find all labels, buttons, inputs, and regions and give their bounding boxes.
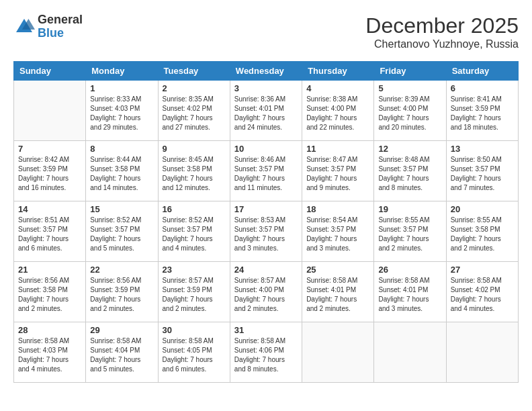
day-info: Sunrise: 8:51 AMSunset: 3:57 PMDaylight:… bbox=[18, 216, 81, 253]
logo-icon bbox=[13, 16, 35, 38]
title-block: December 2025 Chertanovo Yuzhnoye, Russi… bbox=[365, 13, 519, 50]
day-number: 13 bbox=[451, 144, 514, 154]
day-number: 30 bbox=[163, 325, 226, 335]
calendar-cell: 30Sunrise: 8:58 AMSunset: 4:05 PMDayligh… bbox=[158, 322, 230, 383]
calendar-cell: 12Sunrise: 8:48 AMSunset: 3:57 PMDayligh… bbox=[374, 141, 446, 201]
day-number: 28 bbox=[18, 325, 81, 335]
day-number: 18 bbox=[306, 204, 369, 214]
calendar-week-row: 28Sunrise: 8:58 AMSunset: 4:03 PMDayligh… bbox=[14, 322, 519, 383]
day-info: Sunrise: 8:46 AMSunset: 3:57 PMDaylight:… bbox=[234, 155, 298, 193]
day-info: Sunrise: 8:33 AMSunset: 4:03 PMDaylight:… bbox=[90, 95, 153, 132]
day-info: Sunrise: 8:45 AMSunset: 3:58 PMDaylight:… bbox=[163, 155, 226, 193]
day-info: Sunrise: 8:56 AMSunset: 3:59 PMDaylight:… bbox=[90, 276, 153, 314]
calendar-table: SundayMondayTuesdayWednesdayThursdayFrid… bbox=[13, 61, 519, 383]
day-number: 14 bbox=[18, 204, 81, 214]
day-number: 9 bbox=[163, 144, 226, 154]
calendar-day-header: Friday bbox=[374, 62, 446, 81]
calendar-cell: 17Sunrise: 8:53 AMSunset: 3:57 PMDayligh… bbox=[230, 201, 302, 262]
day-number: 5 bbox=[378, 83, 441, 93]
calendar-cell: 15Sunrise: 8:52 AMSunset: 3:57 PMDayligh… bbox=[86, 201, 158, 262]
day-number: 3 bbox=[234, 83, 298, 93]
calendar-cell: 14Sunrise: 8:51 AMSunset: 3:57 PMDayligh… bbox=[14, 201, 86, 262]
day-info: Sunrise: 8:35 AMSunset: 4:02 PMDaylight:… bbox=[163, 95, 226, 132]
day-info: Sunrise: 8:38 AMSunset: 4:00 PMDaylight:… bbox=[306, 95, 369, 132]
calendar-cell: 23Sunrise: 8:57 AMSunset: 3:59 PMDayligh… bbox=[158, 262, 230, 322]
calendar-week-row: 21Sunrise: 8:56 AMSunset: 3:58 PMDayligh… bbox=[14, 262, 519, 322]
logo-blue: Blue bbox=[38, 27, 83, 40]
calendar-cell: 19Sunrise: 8:55 AMSunset: 3:57 PMDayligh… bbox=[374, 201, 446, 262]
day-number: 4 bbox=[306, 83, 369, 93]
calendar-day-header: Monday bbox=[86, 62, 158, 81]
day-info: Sunrise: 8:55 AMSunset: 3:57 PMDaylight:… bbox=[378, 216, 441, 253]
calendar-cell: 11Sunrise: 8:47 AMSunset: 3:57 PMDayligh… bbox=[302, 141, 374, 201]
day-number: 20 bbox=[451, 204, 514, 214]
calendar-cell: 4Sunrise: 8:38 AMSunset: 4:00 PMDaylight… bbox=[302, 81, 374, 141]
calendar-cell: 3Sunrise: 8:36 AMSunset: 4:01 PMDaylight… bbox=[230, 81, 302, 141]
day-info: Sunrise: 8:58 AMSunset: 4:02 PMDaylight:… bbox=[451, 276, 514, 314]
calendar-cell: 27Sunrise: 8:58 AMSunset: 4:02 PMDayligh… bbox=[446, 262, 518, 322]
calendar-day-header: Wednesday bbox=[230, 62, 302, 81]
day-info: Sunrise: 8:58 AMSunset: 4:03 PMDaylight:… bbox=[18, 336, 81, 374]
calendar-cell: 31Sunrise: 8:58 AMSunset: 4:06 PMDayligh… bbox=[230, 322, 302, 383]
calendar-day-header: Saturday bbox=[446, 62, 518, 81]
page-header: General Blue December 2025 Chertanovo Yu… bbox=[13, 13, 519, 50]
calendar-cell: 22Sunrise: 8:56 AMSunset: 3:59 PMDayligh… bbox=[86, 262, 158, 322]
day-number: 21 bbox=[18, 265, 81, 275]
day-number: 12 bbox=[378, 144, 441, 154]
calendar-cell: 6Sunrise: 8:41 AMSunset: 3:59 PMDaylight… bbox=[446, 81, 518, 141]
day-info: Sunrise: 8:36 AMSunset: 4:01 PMDaylight:… bbox=[234, 95, 298, 132]
calendar-cell: 13Sunrise: 8:50 AMSunset: 3:57 PMDayligh… bbox=[446, 141, 518, 201]
day-info: Sunrise: 8:56 AMSunset: 3:58 PMDaylight:… bbox=[18, 276, 81, 314]
calendar-cell: 26Sunrise: 8:58 AMSunset: 4:01 PMDayligh… bbox=[374, 262, 446, 322]
day-info: Sunrise: 8:48 AMSunset: 3:57 PMDaylight:… bbox=[378, 155, 441, 193]
day-number: 24 bbox=[234, 265, 298, 275]
calendar-cell: 8Sunrise: 8:44 AMSunset: 3:58 PMDaylight… bbox=[86, 141, 158, 201]
calendar-cell: 2Sunrise: 8:35 AMSunset: 4:02 PMDaylight… bbox=[158, 81, 230, 141]
calendar-cell: 24Sunrise: 8:57 AMSunset: 4:00 PMDayligh… bbox=[230, 262, 302, 322]
day-number: 7 bbox=[18, 144, 81, 154]
calendar-cell: 1Sunrise: 8:33 AMSunset: 4:03 PMDaylight… bbox=[86, 81, 158, 141]
logo-general: General bbox=[38, 13, 83, 27]
calendar-cell: 16Sunrise: 8:52 AMSunset: 3:57 PMDayligh… bbox=[158, 201, 230, 262]
calendar-cell: 28Sunrise: 8:58 AMSunset: 4:03 PMDayligh… bbox=[14, 322, 86, 383]
calendar-cell: 5Sunrise: 8:39 AMSunset: 4:00 PMDaylight… bbox=[374, 81, 446, 141]
day-number: 15 bbox=[90, 204, 153, 214]
day-number: 25 bbox=[306, 265, 369, 275]
day-info: Sunrise: 8:52 AMSunset: 3:57 PMDaylight:… bbox=[163, 216, 226, 253]
day-info: Sunrise: 8:41 AMSunset: 3:59 PMDaylight:… bbox=[451, 95, 514, 132]
day-info: Sunrise: 8:57 AMSunset: 3:59 PMDaylight:… bbox=[163, 276, 226, 314]
day-info: Sunrise: 8:52 AMSunset: 3:57 PMDaylight:… bbox=[90, 216, 153, 253]
day-info: Sunrise: 8:57 AMSunset: 4:00 PMDaylight:… bbox=[234, 276, 298, 314]
day-number: 8 bbox=[90, 144, 153, 154]
month-title: December 2025 bbox=[365, 13, 519, 38]
day-info: Sunrise: 8:58 AMSunset: 4:01 PMDaylight:… bbox=[378, 276, 441, 314]
calendar-cell bbox=[446, 322, 518, 383]
day-info: Sunrise: 8:55 AMSunset: 3:58 PMDaylight:… bbox=[451, 216, 514, 253]
calendar-cell bbox=[302, 322, 374, 383]
calendar-cell: 18Sunrise: 8:54 AMSunset: 3:57 PMDayligh… bbox=[302, 201, 374, 262]
day-number: 19 bbox=[378, 204, 441, 214]
day-info: Sunrise: 8:44 AMSunset: 3:58 PMDaylight:… bbox=[90, 155, 153, 193]
day-info: Sunrise: 8:58 AMSunset: 4:05 PMDaylight:… bbox=[163, 336, 226, 374]
calendar-day-header: Thursday bbox=[302, 62, 374, 81]
day-info: Sunrise: 8:58 AMSunset: 4:04 PMDaylight:… bbox=[90, 336, 153, 374]
calendar-cell bbox=[14, 81, 86, 141]
day-info: Sunrise: 8:53 AMSunset: 3:57 PMDaylight:… bbox=[234, 216, 298, 253]
day-number: 22 bbox=[90, 265, 153, 275]
day-number: 29 bbox=[90, 325, 153, 335]
logo: General Blue bbox=[13, 13, 83, 40]
day-number: 16 bbox=[163, 204, 226, 214]
day-number: 31 bbox=[234, 325, 298, 335]
day-number: 26 bbox=[378, 265, 441, 275]
calendar-cell: 21Sunrise: 8:56 AMSunset: 3:58 PMDayligh… bbox=[14, 262, 86, 322]
calendar-header-row: SundayMondayTuesdayWednesdayThursdayFrid… bbox=[14, 62, 519, 81]
day-number: 23 bbox=[163, 265, 226, 275]
day-info: Sunrise: 8:58 AMSunset: 4:06 PMDaylight:… bbox=[234, 336, 298, 374]
calendar-cell: 29Sunrise: 8:58 AMSunset: 4:04 PMDayligh… bbox=[86, 322, 158, 383]
day-number: 1 bbox=[90, 83, 153, 93]
calendar-week-row: 7Sunrise: 8:42 AMSunset: 3:59 PMDaylight… bbox=[14, 141, 519, 201]
day-number: 27 bbox=[451, 265, 514, 275]
day-number: 11 bbox=[306, 144, 369, 154]
calendar-cell: 10Sunrise: 8:46 AMSunset: 3:57 PMDayligh… bbox=[230, 141, 302, 201]
day-number: 6 bbox=[451, 83, 514, 93]
